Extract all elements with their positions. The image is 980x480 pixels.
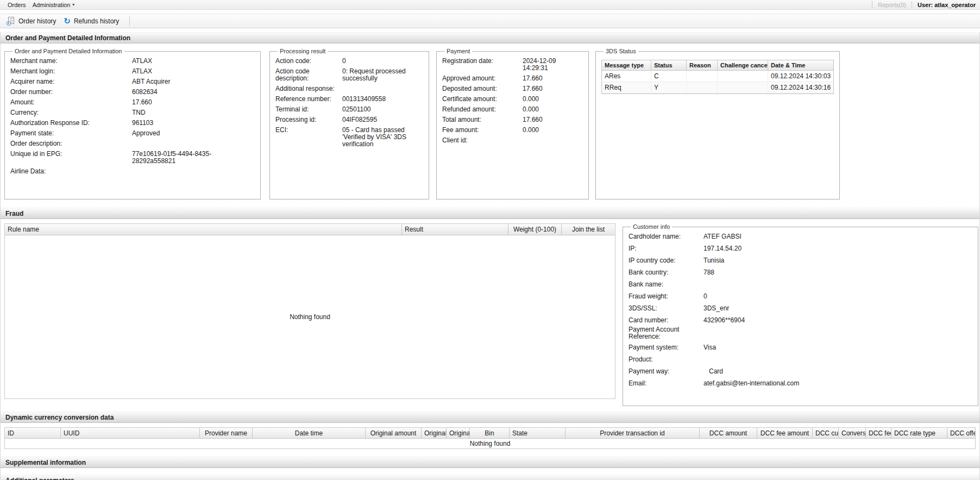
- column-header-provider-name[interactable]: Provider name: [200, 428, 253, 439]
- menu-administration-label: Administration: [33, 2, 71, 8]
- cell-challenge-cancel: [718, 71, 768, 82]
- column-header-dcc-fee-amount[interactable]: DCC fee amount: [757, 428, 813, 439]
- menubar-separator: [912, 1, 912, 8]
- field-value: atef.gabsi@ten-international.com: [703, 380, 972, 387]
- content-frame: Order and Payment Detailed Information O…: [0, 32, 980, 480]
- field-value: 17.660: [523, 116, 583, 123]
- field-label: Registration date:: [442, 58, 523, 72]
- column-header-dcc-offer[interactable]: DCC offer e: [947, 428, 975, 439]
- column-header-result[interactable]: Result: [402, 224, 508, 235]
- field-value: 04IF082595: [342, 116, 423, 123]
- menubar-separator: [872, 1, 872, 8]
- field-label: Payment Account Reference:: [629, 326, 703, 340]
- column-header-weight[interactable]: Weight (0-100): [508, 224, 562, 235]
- field-value: 0: [703, 293, 972, 300]
- section-title: Additional parameters: [5, 477, 74, 480]
- column-header-join-the-list[interactable]: Join the list: [562, 224, 615, 235]
- column-header-bin[interactable]: Bin: [470, 428, 510, 439]
- field-value: 961103: [132, 120, 255, 127]
- cell-reason: [687, 82, 718, 93]
- column-header-provider-transaction-id[interactable]: Provider transaction id: [566, 428, 700, 439]
- field-value: 0: Request processed successfully: [342, 68, 423, 82]
- field-label: Bank name:: [629, 281, 703, 288]
- field-label: Terminal id:: [275, 106, 342, 113]
- field-label: ECI:: [275, 127, 342, 148]
- column-header-conversion-rate[interactable]: Conversi: [839, 428, 866, 439]
- field-label: Processing id:: [275, 116, 342, 123]
- order-history-icon: [7, 17, 15, 25]
- section-header-main: Order and Payment Detailed Information: [1, 32, 979, 43]
- column-header-original-fee[interactable]: Original f: [422, 428, 447, 439]
- fraud-section: Rule name Result Weight (0-100) Join the…: [1, 219, 979, 406]
- column-header-challenge-cancel[interactable]: Challenge cancel: [718, 60, 768, 71]
- fraud-table-body: Nothing found: [5, 235, 615, 398]
- field-label: Payment way:: [629, 368, 703, 375]
- menu-orders[interactable]: Orders: [4, 2, 29, 8]
- column-header-status[interactable]: Status: [651, 60, 687, 71]
- column-header-date-time[interactable]: Date time: [253, 428, 366, 439]
- field-label: Fraud weight:: [629, 293, 703, 300]
- field-value: [703, 326, 972, 340]
- payment-legend: Payment: [444, 48, 472, 54]
- field-value: 432906**6904: [703, 317, 972, 324]
- section-title: Dynamic currency conversion data: [5, 414, 114, 421]
- empty-state-text: Nothing found: [5, 439, 975, 448]
- field-value: ATLAX: [132, 68, 255, 75]
- field-value: 788: [703, 269, 972, 276]
- cell-status: C: [651, 71, 687, 82]
- column-header-message-type[interactable]: Message type: [602, 60, 651, 71]
- refresh-arrow-icon: ↻: [64, 17, 71, 25]
- cell-date-time: 09.12.2024 14:30:16: [768, 82, 833, 93]
- menu-administration[interactable]: Administration ▾: [29, 2, 78, 8]
- cell-reason: [687, 71, 718, 82]
- section-title: Fraud: [5, 210, 23, 217]
- column-header-date-time[interactable]: Date & Time: [768, 60, 833, 71]
- column-header-reason[interactable]: Reason: [687, 60, 718, 71]
- field-value: ATEF GABSI: [703, 233, 972, 240]
- fraud-table: Rule name Result Weight (0-100) Join the…: [4, 223, 615, 399]
- table-row: RReq Y 09.12.2024 14:30:16: [602, 82, 833, 93]
- column-header-dcc-rate-type[interactable]: DCC rate type: [891, 428, 947, 439]
- chevron-down-icon: ▾: [72, 2, 74, 7]
- field-label: Airline Data:: [10, 168, 132, 175]
- field-label: Additional response:: [275, 85, 342, 92]
- column-header-original-currency[interactable]: Original c: [447, 428, 470, 439]
- fraud-header-row: Rule name Result Weight (0-100) Join the…: [5, 224, 615, 235]
- menubar: Orders Administration ▾ Reports(0) User:…: [0, 0, 980, 10]
- field-value: 6082634: [132, 89, 255, 96]
- column-header-rule-name[interactable]: Rule name: [5, 224, 402, 235]
- refunds-history-button[interactable]: ↻ Refunds history: [60, 16, 123, 26]
- payment-panel: Payment Registration date:2024-12-09 14:…: [436, 48, 589, 200]
- processing-result-legend: Processing result: [278, 48, 328, 54]
- processing-result-panel: Processing result Action code:0 Action c…: [269, 48, 429, 200]
- field-value: Approved: [132, 130, 255, 137]
- column-header-id[interactable]: ID: [5, 428, 61, 439]
- field-label: Order description:: [10, 140, 132, 147]
- order-details-panel: Order and Payment Detailed Information M…: [4, 48, 261, 200]
- field-value: [342, 85, 423, 92]
- field-value: [523, 137, 583, 144]
- field-label: Client id:: [442, 137, 523, 144]
- field-label: Certificate amount:: [442, 96, 523, 103]
- field-label: Acquirer name:: [10, 78, 132, 85]
- column-header-original-amount[interactable]: Original amount: [366, 428, 422, 439]
- reports-link[interactable]: Reports(0): [878, 2, 906, 8]
- toolbar-separator: [129, 16, 130, 26]
- field-label: Authorization Response ID:: [10, 120, 132, 127]
- field-value: 197.14.54.20: [703, 245, 972, 252]
- column-header-uuid[interactable]: UUID: [61, 428, 200, 439]
- field-value: 0.000: [523, 106, 583, 113]
- column-header-dcc-amount[interactable]: DCC amount: [700, 428, 757, 439]
- field-label: Refunded amount:: [442, 106, 523, 113]
- user-label: User: atlax_operator: [918, 2, 976, 8]
- menubar-right: Reports(0) User: atlax_operator: [866, 1, 976, 8]
- field-value: [132, 168, 255, 175]
- cell-status: Y: [651, 82, 687, 93]
- order-history-button[interactable]: Order history: [3, 16, 60, 26]
- column-header-state[interactable]: State: [510, 428, 566, 439]
- column-header-dcc-fee[interactable]: DCC fee: [866, 428, 891, 439]
- column-header-dcc-currency[interactable]: DCC curr: [813, 428, 839, 439]
- field-value: ABT Acquirer: [132, 78, 255, 85]
- field-label: Card number:: [629, 317, 703, 324]
- field-label: Payment system:: [629, 344, 703, 351]
